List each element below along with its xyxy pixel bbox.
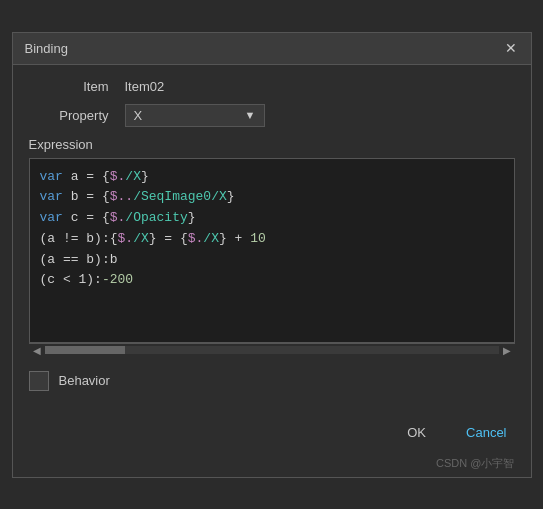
property-select-value: X <box>134 108 237 123</box>
code-line-3: var c = {$./Opacity} <box>40 208 504 229</box>
item-label: Item <box>29 79 109 94</box>
expression-label: Expression <box>29 137 515 152</box>
horizontal-scrollbar[interactable]: ◀ ▶ <box>29 343 515 357</box>
code-line-5: (a == b):b <box>40 250 504 271</box>
dialog-title: Binding <box>25 41 68 56</box>
scroll-track[interactable] <box>45 346 499 354</box>
ok-button[interactable]: OK <box>399 423 434 442</box>
scroll-thumb[interactable] <box>45 346 125 354</box>
property-select[interactable]: X ▼ <box>125 104 265 127</box>
behavior-row: Behavior <box>29 371 515 391</box>
binding-dialog: Binding ✕ Item Item02 Property X ▼ Expre… <box>12 32 532 478</box>
chevron-down-icon: ▼ <box>245 109 256 121</box>
property-label: Property <box>29 108 109 123</box>
code-line-6: (c < 1):-200 <box>40 270 504 291</box>
dialog-body: Item Item02 Property X ▼ Expression var … <box>13 65 531 413</box>
behavior-checkbox[interactable] <box>29 371 49 391</box>
dialog-titlebar: Binding ✕ <box>13 33 531 65</box>
code-line-1: var a = {$./X} <box>40 167 504 188</box>
watermark: CSDN @小宇智 <box>13 456 531 477</box>
code-line-4: (a != b):{$./X} = {$./X} + 10 <box>40 229 504 250</box>
item-row: Item Item02 <box>29 79 515 94</box>
close-button[interactable]: ✕ <box>503 41 519 55</box>
expression-editor[interactable]: var a = {$./X} var b = {$../SeqImage0/X}… <box>29 158 515 343</box>
code-line-2: var b = {$../SeqImage0/X} <box>40 187 504 208</box>
dialog-footer: OK Cancel <box>13 413 531 456</box>
property-row: Property X ▼ <box>29 104 515 127</box>
cancel-button[interactable]: Cancel <box>458 423 514 442</box>
item-value: Item02 <box>125 79 165 94</box>
scroll-left-arrow[interactable]: ◀ <box>31 345 43 356</box>
scroll-right-arrow[interactable]: ▶ <box>501 345 513 356</box>
behavior-label: Behavior <box>59 373 110 388</box>
